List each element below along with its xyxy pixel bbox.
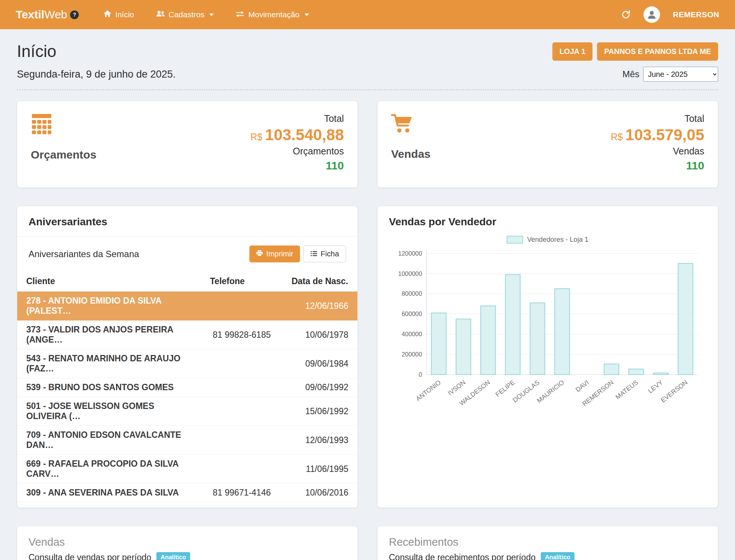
table-row[interactable]: 709 - ANTONIO EDSON CAVALCANTE DAN…12/06… [17, 426, 357, 455]
brand-text-bold: Textil [16, 8, 44, 21]
aniversariantes-subtitle: Aniversariantes da Semana [28, 249, 139, 259]
store-badge[interactable]: LOJA 1 [552, 42, 592, 61]
vendas-count-label: Vendas [673, 146, 704, 157]
table-row[interactable]: 501 - JOSE WELISSON GOMES OLIVEIRA (…15/… [17, 397, 357, 426]
nav-item-movimentacao[interactable]: Movimentação [236, 10, 309, 19]
cell-nascimento: 12/06/1993 [282, 426, 357, 455]
cell-cliente: 309 - ANA SEVERINA PAES DA SILVA [17, 484, 201, 502]
vendas-report-title: Vendas [28, 536, 65, 548]
cell-nascimento: 12/06/1966 [282, 292, 357, 320]
legend-label: Vendedores - Loja 1 [527, 235, 589, 243]
cell-nascimento: 10/06/1978 [282, 320, 357, 349]
vendas-title: Vendas [391, 148, 430, 160]
recebimentos-report-description: Consulta de recebimentos por período [389, 553, 536, 560]
app-logo[interactable]: TextilWeb ? [16, 8, 79, 21]
cell-nascimento: 09/06/1984 [282, 349, 357, 378]
recebimentos-report-card: Recebimentos Consulta de recebimentos po… [377, 526, 718, 560]
chart-title: Vendas por Vendedor [389, 216, 496, 228]
x-tick-label: EVERSON [659, 379, 689, 404]
chart-bar [456, 319, 471, 374]
nav-item-label: Cadastros [169, 10, 205, 19]
chart-bar [653, 373, 668, 374]
cell-cliente: 501 - JOSE WELISSON GOMES OLIVEIRA (… [17, 397, 201, 426]
cell-nascimento: 15/06/1992 [282, 397, 357, 426]
cell-telefone: 81 99671-4146 [201, 484, 283, 502]
print-button[interactable]: Imprimir [249, 246, 300, 262]
record-button-label: Ficha [321, 250, 339, 258]
top-navbar: TextilWeb ? Início Cadastros [0, 0, 735, 29]
y-tick-label: 800000 [402, 290, 422, 297]
users-icon [156, 10, 165, 19]
date-row: Segunda-feira, 9 de junho de 2025. Mês J… [17, 67, 718, 90]
help-icon[interactable]: ? [70, 10, 79, 19]
vendas-count: 110 [686, 159, 704, 172]
total-label: Total [324, 113, 344, 124]
chevron-down-icon [209, 13, 214, 16]
printer-icon [256, 250, 263, 258]
nav-links: Início Cadastros [104, 10, 309, 19]
orcamentos-count-label: Orçamentos [293, 146, 344, 157]
currency-symbol: R$ [250, 132, 262, 142]
table-row[interactable]: 278 - ANTONIO EMIDIO DA SILVA (PALEST…12… [17, 292, 357, 320]
avatar[interactable] [644, 6, 660, 23]
table-header-row: Cliente Telefone Data de Nasc. [17, 271, 357, 292]
username[interactable]: REMERSON [673, 10, 719, 19]
navbar-right: REMERSON [621, 6, 719, 23]
currency-symbol: R$ [611, 132, 623, 142]
chevron-down-icon [304, 13, 309, 16]
orcamentos-card: Orçamentos Total R$103.540,88 Orçamentos… [17, 101, 358, 188]
cell-cliente: 669 - RAFAELA PROCOPIO DA SILVA CARV… [17, 455, 201, 484]
cell-nascimento: 10/06/2016 [282, 484, 357, 502]
cell-cliente: 278 - ANTONIO EMIDIO DA SILVA (PALEST… [17, 292, 201, 320]
table-row[interactable]: 543 - RENATO MARINHO DE ARAUJO (FAZ…09/0… [17, 349, 357, 378]
calculator-icon [31, 113, 96, 136]
cell-telefone [201, 426, 283, 455]
x-tick-label: DAVI [574, 379, 590, 394]
cell-telefone: 81 99828-6185 [201, 320, 283, 349]
x-tick-label: MATEUS [614, 379, 639, 401]
x-tick-label: LEVY [646, 379, 664, 395]
table-row[interactable]: 669 - RAFAELA PROCOPIO DA SILVA CARV…11/… [17, 455, 357, 484]
exchange-icon [236, 10, 244, 19]
vendas-report-description: Consulta de vendas por período [28, 553, 151, 560]
vendas-por-vendedor-card: Vendas por Vendedor Vendedores - Loja 10… [377, 206, 718, 508]
cell-nascimento: 09/06/1992 [282, 378, 357, 397]
total-label: Total [684, 113, 704, 124]
chart-bar [530, 303, 544, 374]
analitico-badge: Analítico [541, 552, 574, 560]
refresh-icon[interactable] [621, 10, 631, 19]
birthdays-table: Cliente Telefone Data de Nasc. 278 - ANT… [17, 271, 357, 502]
column-cliente: Cliente [17, 271, 201, 292]
nav-item-cadastros[interactable]: Cadastros [156, 10, 214, 19]
column-nascimento: Data de Nasc. [282, 271, 357, 292]
chart-bar [678, 264, 693, 374]
record-button[interactable]: Ficha [303, 246, 346, 262]
nav-item-inicio[interactable]: Início [104, 10, 134, 19]
list-icon [310, 250, 317, 258]
chart-bar [481, 306, 495, 374]
page-title: Início [17, 42, 56, 61]
cell-cliente: 373 - VALDIR DOS ANJOS PEREIRA (ANGE… [17, 320, 201, 349]
analitico-badge: Analítico [156, 552, 190, 560]
company-badge[interactable]: PANNOS E PANNOS LTDA ME [597, 42, 718, 61]
recebimentos-report-title: Recebimentos [389, 536, 458, 548]
cart-icon [391, 113, 430, 136]
y-tick-label: 1000000 [398, 270, 422, 277]
user-icon [646, 9, 657, 20]
chart-bar [506, 274, 520, 374]
orcamentos-total-value: R$103.540,88 [250, 127, 344, 143]
table-row[interactable]: 539 - BRUNO DOS SANTOS GOMES09/06/1992 [17, 378, 357, 397]
aniversariantes-card: Aniversariantes Aniversariantes da Seman… [17, 206, 358, 508]
chart-bar [431, 313, 446, 374]
month-select[interactable]: June - 2025 [643, 67, 718, 82]
aniversariantes-title: Aniversariantes [28, 216, 107, 228]
vendor-bar-chart: Vendedores - Loja 1020000040000060000080… [389, 233, 706, 421]
nav-item-label: Movimentação [248, 10, 300, 19]
y-tick-label: 0 [418, 371, 422, 378]
nav-item-label: Início [115, 10, 134, 19]
table-row[interactable]: 373 - VALDIR DOS ANJOS PEREIRA (ANGE…81 … [17, 320, 357, 349]
vendas-total-value: R$103.579,05 [611, 127, 704, 143]
main-content: Início LOJA 1 PANNOS E PANNOS LTDA ME Se… [0, 29, 735, 560]
cell-cliente: 539 - BRUNO DOS SANTOS GOMES [17, 378, 201, 397]
table-row[interactable]: 309 - ANA SEVERINA PAES DA SILVA81 99671… [17, 484, 357, 502]
